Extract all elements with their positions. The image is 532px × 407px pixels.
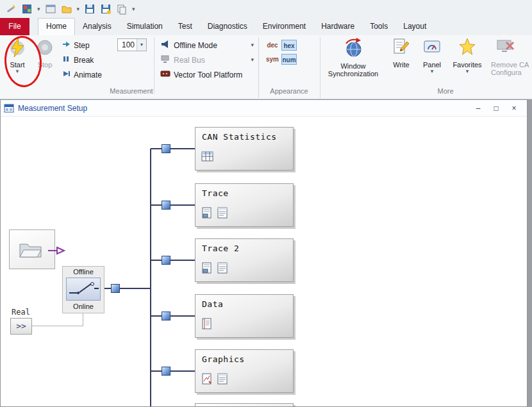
ribbon: Start ▾ Stop Step 100 ▾ Break Animate Of… [0,35,532,99]
panel-dropdown-caret[interactable]: ▾ [418,69,446,74]
measurement-setup-window: Measurement Setup – □ × Offline [0,99,528,407]
dropdown-caret[interactable]: ▾ [77,6,80,12]
trace-window-icon[interactable] [201,207,213,220]
online-offline-switch-block[interactable]: Offline Online [62,266,104,313]
combo-arrow-icon[interactable]: ▾ [137,39,146,51]
branch-node[interactable] [162,201,170,210]
tab-simulation[interactable]: Simulation [119,18,170,35]
connection-trunk-line [150,149,151,406]
save-as-icon[interactable] [100,3,112,15]
group-label-measurement: Measurement [64,87,199,95]
connection-branch-line [151,315,195,317]
step-icon [62,40,71,51]
open-folder-icon[interactable] [61,3,72,15]
group-label-more: More [387,87,504,95]
real-bus-chevron-block[interactable]: >> [10,318,32,335]
vector-tool-platform-icon [160,69,170,80]
real-bus-button[interactable]: Real Bus ▾ [160,53,254,67]
customize-toolbar-caret[interactable]: ▾ [132,6,135,12]
break-icon [62,54,71,65]
tab-hardware[interactable]: Hardware [313,18,362,35]
measurement-setup-canvas: Offline Online Real >> CAN Statistics Tr… [1,117,527,406]
notes-icon[interactable] [217,262,228,276]
window-title: Measurement Setup [18,104,87,113]
animate-icon [62,69,71,80]
real-bus-label: Real [12,308,30,317]
num-toggle[interactable]: num [281,54,297,65]
function-block-partial[interactable] [195,403,294,406]
tab-file[interactable]: File [0,18,29,35]
real-bus-line [32,326,83,326]
branch-node[interactable] [162,144,170,153]
offline-label: Offline [63,267,104,277]
function-block-trace[interactable]: Trace [195,183,294,227]
offline-mode-caret[interactable]: ▾ [251,42,254,48]
branch-node[interactable] [162,256,170,265]
branch-node[interactable] [162,311,170,320]
connection-branch-line [151,260,195,261]
sym-toggle[interactable]: sym [265,54,280,65]
save-icon[interactable] [84,3,96,15]
real-bus-icon [160,54,170,65]
start-button[interactable]: Start ▾ [4,37,31,74]
notes-icon[interactable] [217,373,228,386]
close-button[interactable]: × [505,101,523,115]
group-separator [320,37,320,98]
copy-docs-icon[interactable] [116,3,128,15]
real-bus-line [83,313,83,326]
switch-icon[interactable] [66,278,101,301]
step-button[interactable]: Step [62,38,90,52]
function-block-trace2[interactable]: Trace 2 [195,238,294,282]
animate-button[interactable]: Animate [62,68,102,81]
graphics-doc-icon[interactable] [201,373,213,386]
tab-environment[interactable]: Environment [255,18,313,35]
dec-toggle[interactable]: dec [265,40,280,51]
trace-window-icon[interactable] [201,262,213,276]
tab-test[interactable]: Test [170,18,200,35]
offline-mode-icon [160,40,170,51]
hex-toggle[interactable]: hex [281,40,297,51]
window-synchronization-button[interactable]: Window Synchronization [324,37,382,78]
vector-tool-platform-button[interactable]: Vector Tool Platform [160,68,242,81]
remove-configuration-icon [496,37,515,60]
dropdown-caret[interactable]: ▾ [37,6,40,12]
write-icon [392,51,410,60]
tab-analysis[interactable]: Analysis [75,18,119,35]
window-titlebar[interactable]: Measurement Setup – □ × [1,100,527,117]
offline-mode-button[interactable]: Offline Mode ▾ [160,38,254,52]
function-block-can-statistics[interactable]: CAN Statistics [195,127,294,170]
tab-layout[interactable]: Layout [395,18,434,35]
tab-tools[interactable]: Tools [362,18,395,35]
tab-diagnostics[interactable]: Diagnostics [200,18,255,35]
branch-node[interactable] [111,284,120,293]
maximize-button[interactable]: □ [487,101,505,115]
panel-button[interactable]: Panel ▾ [418,37,446,74]
favorites-dropdown-caret[interactable]: ▾ [449,69,486,74]
real-bus-caret[interactable]: ▾ [251,57,254,63]
favorites-star-icon [458,51,477,60]
app-config-icon[interactable] [21,3,33,15]
remove-configuration-button[interactable]: Remove CA Configura [491,37,532,76]
connection-branch-line [151,370,195,372]
tools-icon[interactable] [5,3,17,15]
statistics-table-icon[interactable] [201,151,214,164]
function-block-data[interactable]: Data [195,294,294,338]
minimize-button[interactable]: – [469,101,487,115]
step-value: 100 [118,39,137,51]
branch-node[interactable] [162,367,170,376]
window-synchronization-icon [343,52,363,61]
group-label-appearance: Appearance [258,87,320,95]
panel-icon [423,51,441,60]
function-block-graphics[interactable]: Graphics [195,349,294,393]
write-button[interactable]: Write [387,37,415,69]
break-button[interactable]: Break [62,53,94,67]
favorites-button[interactable]: Favorites ▾ [449,37,486,74]
data-doc-icon[interactable] [201,318,213,331]
tab-home[interactable]: Home [38,18,75,35]
window-icon[interactable] [45,3,56,15]
step-value-combobox[interactable]: 100 ▾ [117,38,147,51]
notes-icon[interactable] [217,207,228,220]
flow-arrow-icon [48,245,66,258]
ribbon-tab-bar: File Home Analysis Simulation Test Diagn… [0,18,532,35]
quick-access-toolbar: ▾ ▾ ▾ [0,0,532,18]
